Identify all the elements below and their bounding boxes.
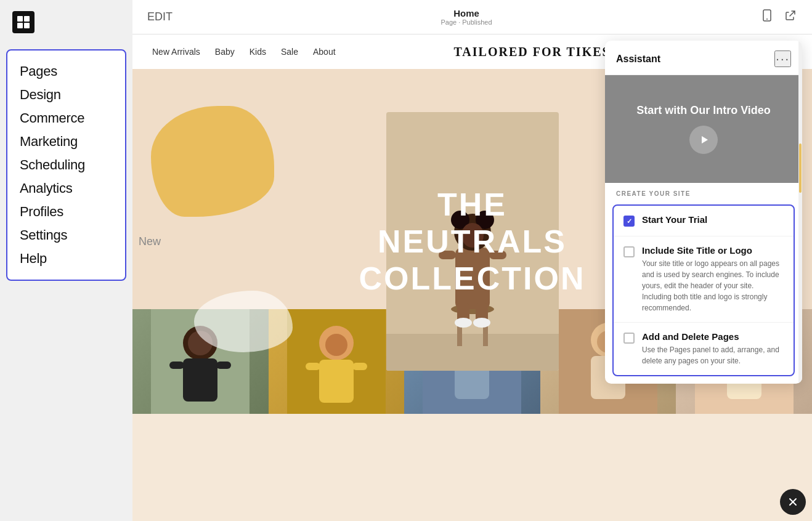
svg-point-21 <box>455 318 472 328</box>
site-nav-link-new-arrivals[interactable]: New Arrivals <box>152 47 200 57</box>
squarespace-logo-icon <box>12 11 35 33</box>
svg-rect-3 <box>17 23 23 28</box>
assistant-more-button[interactable]: ··· <box>774 50 791 67</box>
assistant-panel: Assistant ··· Start with Our Intro Video… <box>605 41 802 384</box>
checklist-item-title-start-trial: Start Your Trial <box>642 214 707 225</box>
site-nav-link-about[interactable]: About <box>313 47 336 57</box>
top-bar-center: Home Page · Published <box>441 8 492 26</box>
page-status: Page · Published <box>441 18 492 26</box>
hero-text-overlay: THE NEUTRALS COLLECTION <box>359 186 586 297</box>
left-sidebar: Pages Design Commerce Marketing Scheduli… <box>0 0 132 521</box>
nav-menu: Pages Design Commerce Marketing Scheduli… <box>6 49 126 281</box>
create-site-label: CREATE YOUR SITE <box>605 183 802 202</box>
sidebar-item-profiles[interactable]: Profiles <box>20 201 113 223</box>
sidebar-item-design[interactable]: Design <box>20 84 113 106</box>
site-nav-link-sale[interactable]: Sale <box>281 47 298 57</box>
site-nav-links: New Arrivals Baby Kids Sale About <box>152 47 336 57</box>
top-bar: EDIT Home Page · Published <box>132 0 812 34</box>
checklist-item-title-include-logo: Include Site Title or Logo <box>642 245 784 256</box>
panel-scrollbar-thumb <box>799 143 802 193</box>
sidebar-item-settings[interactable]: Settings <box>20 224 113 246</box>
svg-rect-25 <box>183 358 217 402</box>
logo-area <box>0 0 47 44</box>
assistant-video-section[interactable]: Start with Our Intro Video <box>605 75 802 183</box>
hero-title-line1: THE <box>359 186 586 223</box>
website-preview: New Arrivals Baby Kids Sale About TAILOR… <box>132 34 812 521</box>
checklist-item-desc-include-logo: Your site title or logo appears on all p… <box>642 258 784 313</box>
sidebar-item-pages[interactable]: Pages <box>20 60 113 83</box>
checklist-item-content-add-delete-pages: Add and Delete Pages Use the Pages panel… <box>642 331 784 366</box>
svg-rect-33 <box>306 363 320 370</box>
checklist-items: Start Your Trial Include Site Title or L… <box>612 204 795 376</box>
top-bar-right <box>760 9 797 25</box>
sidebar-item-scheduling[interactable]: Scheduling <box>20 154 113 176</box>
checklist-item-add-delete-pages[interactable]: Add and Delete Pages Use the Pages panel… <box>614 323 794 375</box>
external-link-icon <box>784 9 797 22</box>
sidebar-item-analytics[interactable]: Analytics <box>20 177 113 200</box>
site-nav-link-kids[interactable]: Kids <box>250 47 266 57</box>
checklist-item-content-include-logo: Include Site Title or Logo Your site tit… <box>642 245 784 313</box>
svg-marker-47 <box>702 136 708 143</box>
svg-rect-27 <box>169 361 184 369</box>
assistant-header: Assistant ··· <box>605 41 802 75</box>
checklist-item-content-start-trial: Start Your Trial <box>642 214 707 227</box>
mobile-preview-button[interactable] <box>760 9 774 25</box>
svg-rect-31 <box>319 360 354 403</box>
svg-rect-28 <box>216 361 231 369</box>
video-play-button[interactable] <box>689 126 718 154</box>
photo-child-svg-2 <box>287 309 386 414</box>
sidebar-item-help[interactable]: Help <box>20 248 113 270</box>
site-nav-link-baby[interactable]: Baby <box>215 47 235 57</box>
new-label: New <box>139 235 161 248</box>
checkbox-add-delete-pages[interactable] <box>623 333 635 344</box>
play-icon <box>697 134 710 146</box>
checklist-item-include-logo[interactable]: Include Site Title or Logo Your site tit… <box>614 236 794 323</box>
top-bar-left: EDIT <box>147 10 173 23</box>
sidebar-item-marketing[interactable]: Marketing <box>20 131 113 153</box>
checklist-item-title-add-delete-pages: Add and Delete Pages <box>642 331 784 342</box>
video-title: Start with Our Intro Video <box>636 104 771 117</box>
edit-button[interactable]: EDIT <box>147 10 173 23</box>
hero-shape-white <box>194 291 293 352</box>
page-name: Home <box>453 8 479 18</box>
svg-point-22 <box>473 318 490 328</box>
site-brand-title: TAILORED FOR TIKES <box>453 45 610 59</box>
mobile-icon <box>760 9 774 22</box>
svg-rect-2 <box>24 16 30 22</box>
hero-shape-yellow <box>151 106 274 217</box>
close-assistant-button[interactable] <box>780 489 806 515</box>
checklist-item-start-trial[interactable]: Start Your Trial <box>614 206 794 236</box>
svg-rect-4 <box>24 23 30 28</box>
panel-scrollbar <box>798 41 802 384</box>
edit-label: EDIT <box>147 10 173 23</box>
svg-rect-8 <box>386 334 559 371</box>
checkbox-start-trial[interactable] <box>623 216 635 227</box>
svg-point-32 <box>325 334 347 356</box>
sidebar-item-commerce[interactable]: Commerce <box>20 107 113 129</box>
checkbox-include-logo[interactable] <box>623 246 635 257</box>
close-icon <box>788 497 798 507</box>
external-link-button[interactable] <box>784 9 797 25</box>
main-area: EDIT Home Page · Published <box>132 0 812 521</box>
svg-rect-1 <box>17 16 23 22</box>
svg-rect-0 <box>12 11 35 33</box>
svg-rect-34 <box>352 363 367 370</box>
assistant-title: Assistant <box>616 54 660 65</box>
hero-title-line2: NEUTRALS <box>359 223 586 260</box>
checklist-item-desc-add-delete-pages: Use the Pages panel to add, arrange, and… <box>642 344 784 366</box>
hero-title-line3: COLLECTION <box>359 260 586 297</box>
svg-point-6 <box>766 18 768 20</box>
